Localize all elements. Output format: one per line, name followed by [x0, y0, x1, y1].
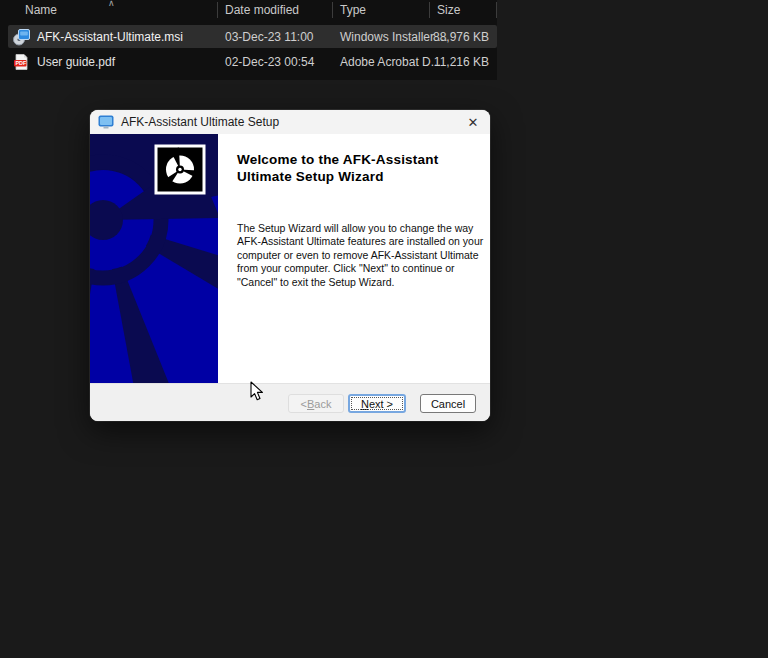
msi-file-icon	[12, 28, 30, 46]
dialog-titlebar: AFK-Assistant Ultimate Setup ✕	[90, 110, 490, 134]
dialog-body: Welcome to the AFK-Assistant Ultimate Se…	[90, 134, 490, 383]
file-type: Windows Installer ...	[333, 30, 430, 44]
column-header-row: Name Date modified Type Size	[0, 0, 497, 20]
close-icon[interactable]: ✕	[456, 110, 490, 134]
dialog-footer: < Back Next > Cancel	[90, 383, 490, 421]
wizard-banner-image	[90, 134, 218, 383]
table-row[interactable]: PDF User guide.pdf 02-Dec-23 00:54 Adobe…	[8, 50, 497, 73]
installer-app-icon	[98, 115, 114, 129]
wizard-heading: Welcome to the AFK-Assistant Ultimate Se…	[237, 152, 477, 186]
file-type: Adobe Acrobat D...	[333, 55, 430, 69]
file-date: 03-Dec-23 11:00	[218, 30, 333, 44]
file-date: 02-Dec-23 00:54	[218, 55, 333, 69]
next-button-label: ext >	[369, 398, 393, 410]
column-header-size[interactable]: Size	[430, 2, 497, 18]
next-button[interactable]: Next >	[348, 394, 406, 413]
cancel-button-label: Cancel	[431, 398, 465, 410]
file-name: AFK-Assistant-Ultimate.msi	[37, 30, 183, 44]
next-button-label: N	[361, 398, 369, 410]
file-size: 88,976 KB	[430, 30, 497, 44]
dialog-title: AFK-Assistant Ultimate Setup	[121, 115, 279, 129]
wizard-content: Welcome to the AFK-Assistant Ultimate Se…	[218, 134, 490, 383]
table-row[interactable]: AFK-Assistant-Ultimate.msi 03-Dec-23 11:…	[8, 25, 497, 48]
file-explorer-pane: Name Date modified Type Size ∧ AFK-Assis…	[0, 0, 497, 80]
mouse-cursor-icon	[250, 381, 265, 402]
column-header-type[interactable]: Type	[333, 2, 430, 18]
back-button-label: B	[307, 398, 314, 410]
file-size: 11,216 KB	[430, 55, 497, 69]
svg-text:PDF: PDF	[15, 60, 26, 66]
column-header-date-modified[interactable]: Date modified	[218, 2, 333, 18]
desktop-background: Name Date modified Type Size ∧ AFK-Assis…	[0, 0, 768, 658]
back-button-label: ack	[314, 398, 331, 410]
cancel-button[interactable]: Cancel	[420, 394, 476, 413]
back-button[interactable]: < Back	[288, 394, 344, 413]
setup-wizard-dialog: AFK-Assistant Ultimate Setup ✕	[90, 110, 490, 421]
cd-logo	[156, 146, 204, 193]
pdf-file-icon: PDF	[12, 53, 30, 71]
file-name: User guide.pdf	[37, 55, 115, 69]
sort-ascending-icon: ∧	[108, 0, 115, 8]
wizard-body-text: The Setup Wizard will allow you to chang…	[237, 222, 487, 289]
